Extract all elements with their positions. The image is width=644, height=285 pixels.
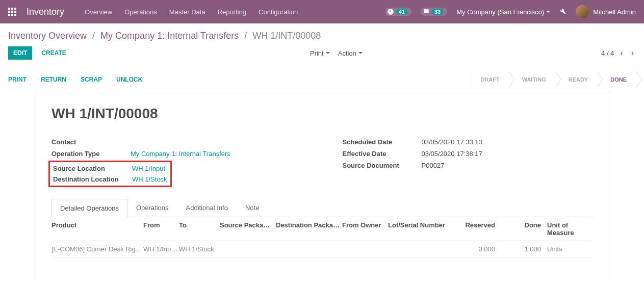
user-name: Mitchell Admin bbox=[593, 8, 636, 16]
edit-button[interactable]: EDIT bbox=[8, 46, 32, 60]
source-location-value[interactable]: WH 1/Input bbox=[132, 165, 165, 172]
avatar bbox=[576, 5, 589, 18]
tab-detailed-operations[interactable]: Detailed Operations bbox=[51, 199, 127, 217]
col-done[interactable]: Done bbox=[495, 221, 541, 237]
col-destination-package[interactable]: Destination Packa… bbox=[276, 221, 342, 237]
nav-configuration[interactable]: Configuration bbox=[259, 8, 298, 16]
svg-rect-4 bbox=[11, 11, 13, 13]
form-sheet: WH 1/INT/00008 Contact Operation Type My… bbox=[35, 93, 609, 285]
svg-rect-2 bbox=[14, 8, 16, 10]
chevron-down-icon bbox=[546, 10, 550, 14]
col-product[interactable]: Product bbox=[51, 221, 143, 237]
print-action[interactable]: PRINT bbox=[8, 76, 27, 83]
action-bar: PRINT RETURN SCRAP UNLOCK DRAFT WAITING … bbox=[0, 66, 644, 93]
status-bar: DRAFT WAITING READY DONE bbox=[472, 71, 636, 88]
scheduled-date-value: 03/05/2020 17:33:13 bbox=[422, 138, 482, 146]
return-action[interactable]: RETURN bbox=[41, 76, 66, 83]
chevron-down-icon bbox=[358, 51, 363, 55]
messages-count: 33 bbox=[432, 9, 443, 15]
svg-rect-1 bbox=[11, 8, 13, 10]
clock-icon bbox=[387, 8, 394, 15]
topbar-right: 41 33 My Company (San Francisco) Mitchel… bbox=[385, 5, 636, 18]
scrap-action[interactable]: SCRAP bbox=[81, 76, 102, 83]
status-ready[interactable]: READY bbox=[555, 71, 598, 88]
cell-to: WH 1/Stock bbox=[179, 245, 220, 253]
cell-lot bbox=[388, 245, 454, 253]
create-button[interactable]: CREATE bbox=[36, 46, 71, 60]
col-lot-serial[interactable]: Lot/Serial Number bbox=[388, 221, 454, 237]
cell-owner bbox=[342, 245, 388, 253]
breadcrumb-current: WH 1/INT/00008 bbox=[252, 31, 321, 41]
nav-overview[interactable]: Overview bbox=[85, 8, 112, 16]
destination-location-value[interactable]: WH 1/Stock bbox=[132, 175, 167, 183]
pager-next[interactable]: › bbox=[629, 48, 636, 58]
svg-rect-5 bbox=[14, 11, 16, 13]
cell-from: WH 1/Inp… bbox=[143, 245, 179, 253]
pager-text: 4 / 4 bbox=[601, 49, 614, 57]
messages-indicator[interactable]: 33 bbox=[421, 8, 447, 16]
pager-prev[interactable]: ‹ bbox=[618, 48, 625, 58]
source-location-label: Source Location bbox=[53, 165, 132, 172]
cell-source-package bbox=[220, 245, 276, 253]
nav-menu: Overview Operations Master Data Reportin… bbox=[85, 8, 385, 16]
status-draft[interactable]: DRAFT bbox=[472, 71, 508, 88]
svg-rect-8 bbox=[14, 14, 16, 16]
status-waiting[interactable]: WAITING bbox=[509, 71, 555, 88]
operations-table: Product From To Source Packa… Destinatio… bbox=[51, 217, 593, 257]
user-menu[interactable]: Mitchell Admin bbox=[576, 5, 636, 18]
nav-operations[interactable]: Operations bbox=[124, 8, 157, 16]
table-header: Product From To Source Packa… Destinatio… bbox=[51, 217, 593, 241]
cell-done: 1.000 bbox=[495, 245, 541, 253]
control-bar: EDIT CREATE Print Action 4 / 4 ‹ › bbox=[0, 44, 644, 66]
destination-location-label: Destination Location bbox=[53, 175, 132, 183]
activity-indicator[interactable]: 41 bbox=[385, 8, 411, 16]
contact-label: Contact bbox=[51, 138, 131, 146]
effective-date-label: Effective Date bbox=[343, 150, 422, 158]
activity-count: 41 bbox=[396, 9, 407, 15]
cell-destination-package bbox=[276, 245, 342, 253]
nav-master-data[interactable]: Master Data bbox=[169, 8, 205, 16]
right-column: Scheduled Date 03/05/2020 17:33:13 Effec… bbox=[343, 136, 593, 188]
unlock-action[interactable]: UNLOCK bbox=[116, 76, 142, 83]
col-from[interactable]: From bbox=[143, 221, 179, 237]
source-document-label: Source Document bbox=[343, 162, 422, 169]
chevron-down-icon bbox=[326, 51, 330, 55]
tab-note[interactable]: Note bbox=[237, 198, 268, 217]
cell-uom: Units bbox=[541, 245, 593, 253]
top-navbar: Inventory Overview Operations Master Dat… bbox=[0, 0, 644, 23]
company-switcher[interactable]: My Company (San Francisco) bbox=[456, 8, 550, 16]
print-label: Print bbox=[310, 49, 324, 57]
col-uom[interactable]: Unit of Measure bbox=[541, 221, 593, 237]
col-from-owner[interactable]: From Owner bbox=[342, 221, 388, 237]
left-column: Contact Operation Type My Company 1: Int… bbox=[51, 136, 302, 188]
tab-additional-info[interactable]: Additional Info bbox=[177, 198, 237, 217]
col-reserved[interactable]: Reserved bbox=[454, 221, 495, 237]
action-dropdown[interactable]: Action bbox=[338, 49, 363, 57]
action-label: Action bbox=[338, 49, 356, 57]
print-dropdown[interactable]: Print bbox=[310, 49, 330, 57]
operation-type-value[interactable]: My Company 1: Internal Transfers bbox=[131, 150, 230, 158]
apps-icon[interactable] bbox=[8, 8, 16, 16]
col-source-package[interactable]: Source Packa… bbox=[220, 221, 276, 237]
effective-date-value: 03/05/2020 17:38:17 bbox=[422, 150, 482, 158]
breadcrumb-parent[interactable]: My Company 1: Internal Transfers bbox=[100, 31, 239, 41]
breadcrumb-sep: / bbox=[244, 31, 247, 41]
record-title: WH 1/INT/00008 bbox=[51, 106, 593, 122]
breadcrumb-root[interactable]: Inventory Overview bbox=[8, 31, 87, 41]
status-done[interactable]: DONE bbox=[597, 71, 636, 88]
breadcrumb: Inventory Overview / My Company 1: Inter… bbox=[0, 23, 644, 44]
svg-rect-7 bbox=[11, 14, 13, 16]
breadcrumb-sep: / bbox=[92, 31, 95, 41]
col-to[interactable]: To bbox=[179, 221, 220, 237]
company-label: My Company (San Francisco) bbox=[456, 8, 544, 16]
app-title[interactable]: Inventory bbox=[27, 7, 64, 17]
svg-rect-6 bbox=[8, 14, 10, 16]
scheduled-date-label: Scheduled Date bbox=[343, 138, 422, 146]
tab-operations[interactable]: Operations bbox=[127, 198, 177, 217]
svg-rect-3 bbox=[8, 11, 10, 13]
tabs: Detailed Operations Operations Additiona… bbox=[51, 198, 593, 217]
location-highlight: Source Location WH 1/Input Destination L… bbox=[48, 161, 172, 187]
nav-reporting[interactable]: Reporting bbox=[218, 8, 246, 16]
table-row[interactable]: [E-COM06] Corner Desk Righ… WH 1/Inp… WH… bbox=[51, 241, 593, 257]
debug-icon[interactable] bbox=[559, 8, 566, 16]
